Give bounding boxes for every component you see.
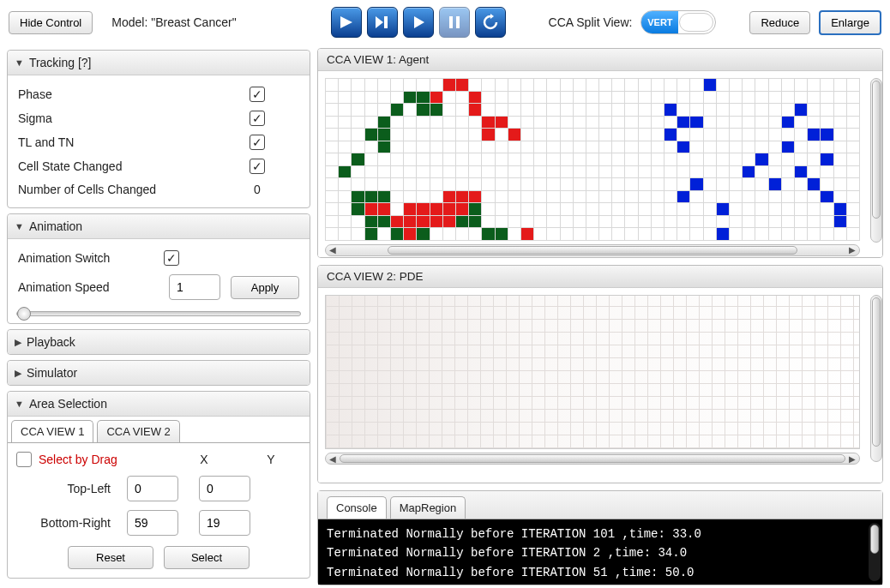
grid-cell [508, 117, 520, 129]
grid-cell [365, 117, 377, 129]
grid-cell [639, 104, 651, 116]
grid-cell [482, 92, 494, 104]
step-right-icon[interactable] [331, 7, 362, 38]
grid-cell [521, 191, 533, 203]
tab-cca-view-1[interactable]: CCA VIEW 1 [11, 420, 93, 442]
view1-hscrollbar[interactable]: ◀ ▶ [325, 244, 860, 256]
grid-cell [795, 216, 807, 228]
grid-cell [677, 153, 689, 165]
grid-cell [782, 79, 794, 91]
scroll-right-icon[interactable]: ▶ [849, 454, 856, 464]
grid-cell [404, 92, 416, 104]
grid-cell [561, 203, 573, 215]
tab-cca-view-2[interactable]: CCA VIEW 2 [97, 420, 179, 442]
grid-cell [456, 166, 468, 178]
reload-icon[interactable] [475, 7, 506, 38]
grid-cell [834, 104, 846, 116]
grid-cell [755, 104, 767, 116]
grid-cell [690, 203, 702, 215]
grid-cell [586, 203, 598, 215]
grid-cell [677, 79, 689, 91]
animation-switch-checkbox[interactable]: ✓ [164, 250, 179, 266]
grid-cell [795, 191, 807, 203]
bottom-right-x-input[interactable] [127, 510, 178, 536]
grid-cell [352, 129, 364, 141]
grid-cell [521, 203, 533, 215]
grid-cell [612, 79, 624, 91]
grid-cell [404, 153, 416, 165]
tracking-checkbox[interactable]: ✓ [250, 111, 265, 126]
reduce-button[interactable]: Reduce [749, 11, 810, 34]
scroll-left-icon[interactable]: ◀ [329, 245, 336, 255]
animation-speed-slider[interactable] [16, 311, 301, 316]
area-selection-header[interactable]: ▼ Area Selection [8, 392, 310, 417]
grid-cell [612, 178, 624, 190]
grid-cell [443, 92, 455, 104]
console-vscrollbar[interactable] [869, 523, 881, 581]
animation-speed-input[interactable] [169, 274, 220, 300]
tracking-checkbox[interactable]: ✓ [250, 159, 265, 174]
grid-cell [639, 216, 651, 228]
grid-cell [690, 79, 702, 91]
view2-vscrollbar[interactable] [870, 295, 882, 462]
chevron-right-icon: ▶ [15, 337, 21, 348]
reset-button[interactable]: Reset [68, 546, 153, 569]
tab-mapregion[interactable]: MapRegion [390, 496, 466, 519]
hide-control-button[interactable]: Hide Control [9, 11, 93, 34]
select-by-drag-label: Select by Drag [39, 453, 117, 466]
scroll-right-icon[interactable]: ▶ [849, 245, 856, 255]
grid-cell [717, 141, 729, 153]
grid-cell [534, 79, 546, 91]
grid-cell [821, 129, 833, 141]
play-icon[interactable] [403, 7, 434, 38]
grid-cell [378, 228, 390, 240]
grid-cell [808, 141, 820, 153]
simulator-header[interactable]: ▶ Simulator [8, 361, 310, 385]
bottom-right-y-input[interactable] [199, 510, 250, 536]
grid-cell [769, 216, 781, 228]
grid-cell [847, 141, 859, 153]
animation-header[interactable]: ▼ Animation [8, 214, 310, 239]
grid-cell [561, 104, 573, 116]
scroll-left-icon[interactable]: ◀ [329, 454, 336, 464]
simulator-panel: ▶ Simulator [7, 360, 310, 386]
split-view-toggle[interactable]: VERT [640, 10, 716, 34]
grid-cell [482, 117, 494, 129]
grid-cell [769, 104, 781, 116]
grid-cell [561, 178, 573, 190]
grid-cell [456, 104, 468, 116]
grid-cell [625, 191, 637, 203]
grid-cell [769, 228, 781, 240]
grid-cell [717, 104, 729, 116]
select-button[interactable]: Select [164, 546, 250, 569]
grid-cell [430, 191, 442, 203]
view1-vscrollbar[interactable] [870, 78, 882, 243]
grid-cell [795, 228, 807, 240]
tracking-checkbox[interactable]: ✓ [250, 87, 265, 102]
tab-console[interactable]: Console [327, 496, 387, 519]
grid-cell [430, 129, 442, 141]
svg-marker-0 [340, 16, 352, 28]
grid-cell [755, 129, 767, 141]
enlarge-button[interactable]: Enlarge [819, 10, 881, 35]
select-by-drag-checkbox[interactable] [16, 452, 32, 467]
top-left-x-input[interactable] [127, 476, 178, 501]
apply-button[interactable]: Apply [231, 276, 299, 299]
grid-cell [378, 117, 390, 129]
grid-cell [496, 228, 508, 240]
tracking-checkbox[interactable]: ✓ [250, 135, 265, 150]
top-left-y-input[interactable] [199, 476, 250, 501]
grid-cell [521, 129, 533, 141]
animation-title: Animation [29, 219, 82, 233]
tracking-header[interactable]: ▼ Tracking [?] [8, 51, 310, 75]
grid-cell [743, 117, 755, 129]
grid-cell [404, 216, 416, 228]
grid-cell [782, 141, 794, 153]
grid-cell [704, 153, 716, 165]
view2-hscrollbar[interactable]: ◀ ▶ [325, 453, 860, 465]
playback-header[interactable]: ▶ Playback [8, 330, 310, 354]
chevron-down-icon: ▼ [15, 221, 24, 231]
skip-forward-icon[interactable] [367, 7, 398, 38]
pause-icon[interactable] [439, 7, 470, 38]
grid-cell [456, 228, 468, 240]
